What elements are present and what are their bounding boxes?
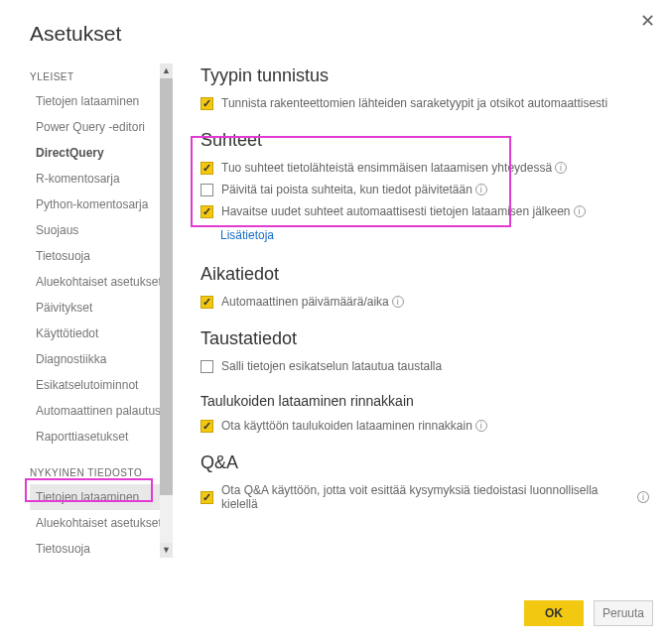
nav-regional-current[interactable]: Aluekohtaiset asetukset (30, 510, 173, 536)
nav-power-query[interactable]: Power Query -editori (30, 114, 173, 140)
nav-updates[interactable]: Päivitykset (30, 295, 173, 321)
nav-regional-global[interactable]: Aluekohtaiset asetukset (30, 269, 173, 295)
ok-button[interactable]: OK (524, 600, 584, 626)
option-label: Havaitse uudet suhteet automaattisesti t… (221, 204, 571, 218)
nav-usage-data[interactable]: Käyttötiedot (30, 321, 173, 346)
section-background: Taustatiedot (201, 328, 649, 349)
checkbox-icon[interactable] (201, 205, 213, 218)
nav-security[interactable]: Suojaus (30, 217, 173, 243)
option-label: Tuo suhteet tietolähteistä ensimmäisen l… (221, 161, 552, 175)
nav-data-load-current[interactable]: Tietojen lataaminen (30, 484, 173, 510)
sidebar-list: YLEISET Tietojen lataaminen Power Query … (30, 64, 173, 558)
checkbox-icon[interactable] (201, 420, 213, 433)
nav-privacy-global[interactable]: Tietosuoja (30, 243, 173, 269)
section-relationships: Suhteet (201, 130, 649, 151)
info-icon[interactable]: i (475, 420, 487, 432)
section-time-intel: Aikatiedot (201, 264, 649, 285)
nav-directquery[interactable]: DirectQuery (30, 140, 173, 166)
option-autodetect-rel[interactable]: Havaitse uudet suhteet automaattisesti t… (201, 200, 649, 222)
scroll-up-arrow[interactable]: ▲ (160, 64, 173, 78)
sidebar-heading-global: YLEISET (30, 64, 173, 88)
sidebar-heading-currentfile: NYKYINEN TIEDOSTO (30, 459, 173, 484)
option-label: Automaattinen päivämäärä/aika (221, 295, 389, 309)
checkbox-icon[interactable] (201, 97, 213, 110)
checkbox-icon[interactable] (201, 162, 213, 175)
option-label: Ota Q&A käyttöön, jotta voit esittää kys… (221, 483, 634, 511)
nav-python-scripting[interactable]: Python-komentosarja (30, 192, 173, 217)
option-detect-types[interactable]: Tunnista rakenteettomien lähteiden sarak… (201, 92, 649, 114)
info-icon[interactable]: i (555, 162, 567, 174)
info-icon[interactable]: i (392, 296, 404, 308)
option-qa-enable[interactable]: Ota Q&A käyttöön, jotta voit esittää kys… (201, 479, 649, 515)
option-label: Tunnista rakenteettomien lähteiden sarak… (221, 96, 607, 110)
nav-autorecovery-global[interactable]: Automaattinen palautus (30, 398, 173, 424)
section-parallel: Taulukoiden lataaminen rinnakkain (201, 393, 649, 409)
option-parallel-load[interactable]: Ota käyttöön taulukoiden lataaminen rinn… (201, 415, 649, 437)
close-button[interactable]: ✕ (636, 6, 659, 36)
scrollbar-track[interactable]: ▲ ▼ (160, 64, 173, 558)
info-icon[interactable]: i (637, 491, 649, 503)
nav-diagnostics[interactable]: Diagnostiikka (30, 346, 173, 372)
section-type-detection: Tyypin tunnistus (201, 65, 649, 86)
nav-privacy-current[interactable]: Tietosuoja (30, 536, 173, 558)
option-update-rel[interactable]: Päivitä tai poista suhteita, kun tiedot … (201, 179, 649, 200)
option-auto-datetime[interactable]: Automaattinen päivämäärä/aika i (201, 291, 649, 313)
nav-preview[interactable]: Esikatselutoiminnot (30, 372, 173, 398)
option-background-preview[interactable]: Salli tietojen esikatselun latautua taus… (201, 355, 649, 377)
nav-data-load-global[interactable]: Tietojen lataaminen (30, 88, 173, 114)
dialog-footer: OK Peruuta (524, 600, 653, 626)
checkbox-icon[interactable] (201, 491, 213, 504)
option-label: Ota käyttöön taulukoiden lataaminen rinn… (221, 419, 472, 433)
dialog-title: Asetukset (0, 0, 669, 46)
info-icon[interactable]: i (574, 205, 586, 217)
checkbox-icon[interactable] (201, 360, 213, 373)
main-panel: Tyypin tunnistus Tunnista rakenteettomie… (173, 64, 669, 562)
section-qa: Q&A (201, 452, 649, 473)
settings-dialog: ✕ Asetukset ▲ ▼ YLEISET Tietojen lataami… (0, 0, 669, 644)
option-label: Päivitä tai poista suhteita, kun tiedot … (221, 183, 472, 196)
scrollbar-thumb[interactable] (160, 78, 173, 495)
nav-r-scripting[interactable]: R-komentosarja (30, 166, 173, 192)
nav-report-settings[interactable]: Raporttiasetukset (30, 424, 173, 450)
scroll-down-arrow[interactable]: ▼ (160, 543, 173, 558)
cancel-button[interactable]: Peruuta (594, 600, 653, 626)
link-learn-more[interactable]: Lisätietoja (201, 222, 649, 248)
checkbox-icon[interactable] (201, 296, 213, 309)
info-icon[interactable]: i (475, 184, 487, 195)
option-label: Salli tietojen esikatselun latautua taus… (221, 359, 442, 373)
option-import-rel[interactable]: Tuo suhteet tietolähteistä ensimmäisen l… (201, 157, 649, 179)
dialog-content: ▲ ▼ YLEISET Tietojen lataaminen Power Qu… (0, 46, 669, 562)
sidebar: ▲ ▼ YLEISET Tietojen lataaminen Power Qu… (30, 64, 173, 562)
checkbox-icon[interactable] (201, 184, 213, 196)
